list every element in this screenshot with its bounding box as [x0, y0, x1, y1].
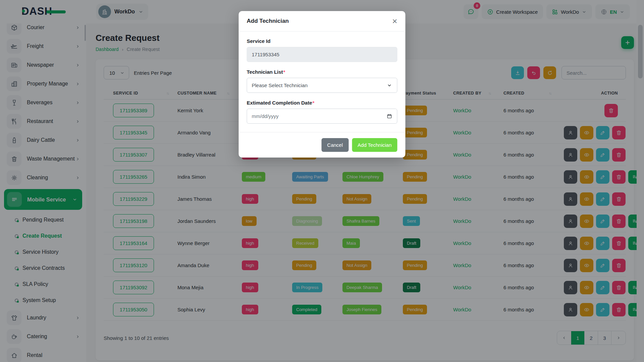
service-id-value: 1711953345 [252, 52, 279, 57]
cancel-button[interactable]: Cancel [321, 138, 348, 152]
service-id-field: 1711953345 [247, 47, 397, 62]
completion-date-input[interactable]: mm/dd/yyyy [247, 109, 397, 124]
calendar-icon [387, 113, 392, 119]
add-technician-modal: Add Technician × Service Id 1711953345 T… [239, 11, 406, 158]
date-placeholder: mm/dd/yyyy [252, 113, 279, 119]
technician-list-label: Technician List* [247, 69, 397, 75]
modal-title: Add Technician [247, 18, 289, 24]
completion-date-label: Extimated Completion Date* [247, 100, 397, 106]
add-technician-button[interactable]: Add Technician [352, 138, 397, 152]
close-icon[interactable]: × [392, 18, 397, 24]
required-asterisk: * [313, 100, 315, 106]
chevron-down-icon [387, 82, 392, 88]
chevron-down-icon [387, 82, 392, 88]
technician-label-text: Technician List [247, 69, 283, 75]
calendar-icon [387, 113, 392, 119]
service-id-label: Service Id [247, 38, 397, 44]
required-asterisk: * [283, 69, 285, 75]
technician-select-value: Please Select Technician [252, 82, 308, 88]
date-label-text: Extimated Completion Date [247, 100, 312, 106]
technician-select[interactable]: Please Select Technician [247, 78, 397, 93]
